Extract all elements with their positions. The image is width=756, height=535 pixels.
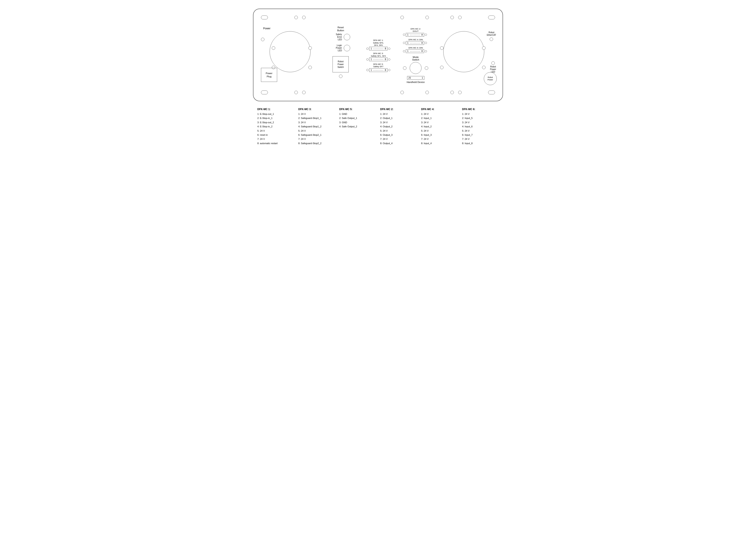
legend-dfk6-item2: 2: Input_5 (462, 117, 494, 120)
dfk-mc6-connector: 1 -------- 8 (403, 49, 428, 53)
dfk-mc5-pins: 1 -------- 8 (369, 68, 387, 72)
dfk-mc3-pins: 1 -------- 8 (369, 58, 387, 61)
dfk-mc3-pin-right (388, 58, 390, 61)
dfk-mc1-pin-left (366, 48, 369, 50)
mount-hole-top-6 (458, 16, 462, 19)
logic-power-led-circle (344, 45, 350, 51)
bottom-mounting-row (259, 91, 497, 94)
robot-power-label: RobotPower (488, 76, 493, 81)
mount-hole-bot-6 (458, 91, 462, 94)
power-label: Power (263, 27, 270, 30)
dfk-mc3-pin-left (366, 58, 369, 61)
dfk-mc6-pin-right (425, 50, 427, 52)
dfk-mc2-pins: 1 -------- 8 (406, 33, 424, 37)
bottom-left-tab (261, 91, 268, 94)
dfk-mc1-group: DFK-MC 1:Safety SF0,SF4, SF6 1 -------- … (366, 39, 390, 50)
legend-dfk3-item7: 7: 24 V (298, 137, 331, 141)
dfk-mc6-pin-left (403, 50, 405, 52)
dfk-mc2-group: DFK-MC 2:DOUT 1 -------- 8 (403, 28, 428, 37)
legend-dfk4-item7: 7: 24 V (421, 137, 453, 141)
handheld-pin-right: 1 (422, 77, 423, 79)
logic-power-led-group: LogicPowerLED (331, 44, 350, 52)
right-side-mount-3 (482, 46, 486, 50)
mode-mount-1 (403, 66, 406, 70)
safety-error-led-circle (344, 34, 350, 40)
legend-dfk4: DFK-MC 4: 1: 24 V 2: Input_1 3: 24 V 4: … (421, 108, 453, 145)
power-plug-label: PowerPlug (266, 72, 272, 78)
mode-mount-2 (425, 66, 428, 70)
robot-power-switch-box: RobotPowerSwitch (332, 56, 349, 72)
left-large-circle (269, 31, 311, 72)
logic-power-led-label: LogicPowerLED (331, 44, 342, 52)
robot-power-button[interactable]: RobotPower (484, 72, 497, 85)
robot-ethercat-label: RobotEtherCAT (487, 31, 496, 37)
legend-dfk3-item6: 6: Safeguard-Stop2_1 (298, 133, 331, 137)
legend-dfk6-item8: 8: Input_8 (462, 142, 494, 145)
legend-dfk1: DFK-MC 1: 1: E-Stop-out_1 2: E-Stop-in_1… (257, 108, 290, 145)
legend-dfk3-title: DFK-MC 3: (298, 108, 331, 111)
legend-dfk3-item3: 3: 24 V (298, 121, 331, 124)
legend-dfk3-item4: 4: Safeguard-Stop1_2 (298, 125, 331, 128)
dfk-mc2-pin-left (403, 34, 405, 36)
dfk-mc5-title: DFK-MC 5:Safety SF7 (366, 63, 390, 68)
legend-dfk6-item7: 7: 24 V (462, 137, 494, 141)
legend-dfk6-item1: 1: 24 V (462, 112, 494, 116)
legend-dfk2-item5: 5: 24 V (380, 129, 412, 132)
legend-dfk3-item2: 2: Safeguard-Stop1_1 (298, 117, 331, 120)
dfk-mc2-pin-right (425, 34, 427, 36)
legend-dfk5-item4: 4: Safe Output_2 (339, 125, 372, 128)
power-plug-box: PowerPlug (261, 68, 277, 82)
top-mounting-row (259, 15, 497, 19)
dfk-mc2-title: DFK-MC 2:DOUT (403, 28, 428, 33)
legend-dfk1-item6: 6: reset in (257, 133, 290, 137)
right-large-circle (443, 31, 484, 72)
handheld-device-label: Handheld Device (407, 81, 425, 83)
top-left-tab (261, 15, 268, 19)
legend-dfk1-item5: 5: 24 V (257, 129, 290, 132)
right-side-mount-1 (440, 46, 443, 50)
legend-dfk1-item1: 1: E-Stop-out_1 (257, 112, 290, 116)
dfk-mc5-pin-right (388, 69, 390, 71)
panel-content: Power PowerPlug ResetButton SafetyErrorL… (259, 21, 497, 88)
mount-hole-bot-2 (302, 91, 306, 94)
mount-hole-top-4 (425, 16, 429, 19)
legend-dfk2-item2: 2: Output_1 (380, 117, 412, 120)
legend-dfk2-item8: 8: Output_4 (380, 142, 412, 145)
dfk-mc1-pin-right (388, 48, 390, 50)
left-side-mount-4 (308, 46, 312, 50)
dfk-mc6-title: DFK-MC 6: DIN (403, 46, 428, 49)
legend-dfk4-item2: 2: Input_1 (421, 117, 453, 120)
top-right-tab (488, 15, 495, 19)
left-side-mount-2 (272, 46, 275, 50)
legend-dfk5-item3: 3: GND (339, 121, 372, 124)
legend-dfk6-item6: 6: Input_7 (462, 133, 494, 137)
reset-button-label: ResetButton (337, 26, 344, 32)
legend-dfk2-item1: 1: 24 V (380, 112, 412, 116)
dfk-mc3-title: DFK-MC 3:Safety SF1, SF2 (366, 52, 390, 57)
mount-hole-top-2 (302, 16, 306, 19)
legend-dfk6-title: DFK-MC 6: (462, 108, 494, 111)
center-left-mount (339, 74, 343, 78)
safety-error-led-label: SafetyErrorLED (331, 33, 342, 41)
legend-dfk2-item6: 6: Output_3 (380, 133, 412, 137)
dfk-mc1-title: DFK-MC 1:Safety SF0,SF4, SF6 (366, 39, 390, 46)
right-side-mount-2 (440, 66, 443, 69)
legend-dfk2: DFK-MC 2: 1: 24 V 2: Output_1 3: 24 V 4:… (380, 108, 412, 145)
mount-hole-bot-3 (401, 91, 404, 94)
legend-dfk1-item2: 2: E-Stop-in_1 (257, 117, 290, 120)
dfk-mc3-connector: 1 -------- 8 (366, 58, 390, 61)
legend-dfk4-item8: 8: Input_4 (421, 142, 453, 145)
legend-dfk5-item1: 1: GND (339, 112, 372, 116)
right-side-mount-4 (482, 66, 486, 69)
legend-dfk1-item4: 4: E-Stop-in_2 (257, 125, 290, 128)
legend-dfk1-title: DFK-MC 1: (257, 108, 290, 111)
legend-dfk3-item5: 5: 24 V (298, 129, 331, 132)
left-side-mount-1 (261, 38, 265, 41)
robot-ethercat-section: RobotEtherCAT (487, 31, 496, 41)
dfk-mc4-pin-right (425, 42, 427, 44)
robot-power-led-section: RobotPowerLED (490, 61, 496, 73)
legend-dfk4-item3: 3: 24 V (421, 121, 453, 124)
legend-dfk6-item5: 5: 24 V (462, 129, 494, 132)
mount-hole-bot-4 (425, 91, 429, 94)
legend-dfk2-title: DFK-MC 2: (380, 108, 412, 111)
